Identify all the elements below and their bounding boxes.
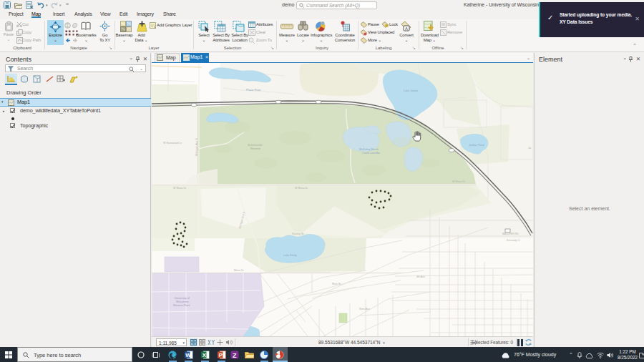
svg-text:McKinley Marsh: McKinley Marsh bbox=[359, 148, 379, 151]
svg-text:Stevens Point: Stevens Point bbox=[173, 304, 190, 307]
svg-text:Kennedy Ct: Kennedy Ct bbox=[507, 239, 520, 242]
svg-text:P: P bbox=[219, 352, 223, 358]
svg-text:University of: University of bbox=[175, 297, 190, 300]
svg-text:Main St: Main St bbox=[332, 283, 341, 285]
svg-text:Wisconsin-: Wisconsin- bbox=[176, 300, 190, 303]
svg-text:Stanley St: Stanley St bbox=[292, 233, 303, 235]
svg-text:W Maria Dr: W Maria Dr bbox=[173, 187, 187, 190]
svg-text:Creek Corridor: Creek Corridor bbox=[362, 152, 381, 155]
svg-text:A: A bbox=[405, 26, 408, 31]
svg-text:W Rosewood Ln: W Rosewood Ln bbox=[163, 142, 182, 145]
svg-text:Schmeeckle: Schmeeckle bbox=[248, 144, 263, 147]
svg-text:Jordan Pond: Jordan Pond bbox=[469, 144, 484, 147]
svg-text:Jo: Jo bbox=[528, 147, 531, 150]
svg-text:Michigan Ave N: Michigan Ave N bbox=[195, 138, 198, 156]
svg-text:Maria Dr: Maria Dr bbox=[234, 269, 245, 272]
svg-text:BALUKER RD: BALUKER RD bbox=[502, 233, 519, 235]
svg-text:Sims Ave: Sims Ave bbox=[359, 308, 370, 310]
svg-text:X: X bbox=[203, 352, 207, 358]
svg-text:Reserve: Reserve bbox=[250, 147, 260, 150]
svg-text:Lake Joanis: Lake Joanis bbox=[404, 89, 418, 92]
svg-text:Z: Z bbox=[233, 352, 237, 359]
svg-text:Plover River: Plover River bbox=[246, 89, 261, 92]
svg-text:W: W bbox=[185, 352, 191, 358]
svg-text:W Maria Dr: W Maria Dr bbox=[452, 180, 466, 183]
svg-text:W Maria Dr: W Maria Dr bbox=[295, 187, 308, 190]
svg-text:Lake Emily: Lake Emily bbox=[283, 254, 297, 257]
svg-text:4th Ave: 4th Ave bbox=[416, 275, 425, 278]
